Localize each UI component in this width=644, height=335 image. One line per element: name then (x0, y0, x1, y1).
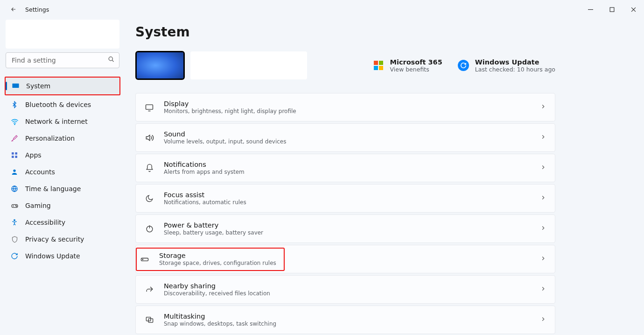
drive-icon (140, 254, 150, 264)
nav-item-bluetooth[interactable]: Bluetooth & devices (5, 96, 120, 113)
display-icon (11, 82, 20, 90)
row-notifications[interactable]: NotificationsAlerts from apps and system (135, 154, 555, 182)
svg-rect-7 (15, 156, 17, 158)
shield-icon (10, 235, 19, 243)
minimize-button[interactable] (580, 2, 601, 17)
nav-label: Network & internet (25, 118, 88, 125)
user-card[interactable] (6, 20, 119, 49)
moon-icon (144, 193, 154, 204)
row-title: Multitasking (164, 313, 276, 320)
search-input[interactable] (6, 52, 119, 68)
close-button[interactable] (623, 2, 644, 17)
nav-item-accessibility[interactable]: Accessibility (5, 214, 120, 231)
chevron-right-icon (540, 224, 546, 233)
nav-item-privacy[interactable]: Privacy & security (5, 231, 120, 248)
row-sub: Notifications, automatic rules (164, 199, 246, 206)
nav-item-accounts[interactable]: Accounts (5, 164, 120, 180)
main-pane: System Microsoft 365 View benefits Windo… (125, 19, 644, 335)
nav-item-update[interactable]: Windows Update (5, 248, 120, 264)
globe-icon (10, 185, 19, 193)
highlight-storage: StorageStorage space, drives, configurat… (136, 248, 285, 271)
person-icon (10, 168, 19, 176)
row-sub: Snap windows, desktops, task switching (164, 321, 276, 327)
share-icon (144, 285, 154, 295)
nav-item-personalization[interactable]: Personalization (5, 130, 120, 147)
row-title: Power & battery (164, 221, 263, 229)
nav-label: Accessibility (25, 219, 65, 226)
svg-rect-14 (146, 105, 153, 109)
row-power[interactable]: Power & batterySleep, battery usage, bat… (135, 214, 555, 243)
row-title: Notifications (164, 161, 245, 168)
device-thumbnail[interactable] (135, 51, 185, 80)
row-title: Sound (164, 130, 286, 138)
chevron-right-icon (540, 103, 546, 112)
microsoft-365-card[interactable]: Microsoft 365 View benefits (372, 58, 442, 73)
nav-label: Personalization (25, 135, 75, 142)
minimize-icon (588, 7, 593, 12)
windows-icon (144, 315, 154, 325)
microsoft-365-icon (372, 59, 385, 71)
svg-point-13 (14, 220, 15, 221)
chevron-right-icon (540, 285, 546, 294)
svg-rect-0 (610, 7, 614, 12)
row-title: Display (164, 100, 296, 107)
nav-label: Apps (25, 151, 42, 159)
row-nearby-sharing[interactable]: Nearby sharingDiscoverability, received … (135, 275, 555, 304)
nav-label: Windows Update (25, 252, 80, 260)
svg-rect-6 (12, 156, 14, 158)
back-button[interactable] (7, 2, 21, 16)
chevron-right-icon (540, 315, 546, 324)
nav-item-time[interactable]: Time & language (5, 180, 120, 197)
maximize-icon (609, 7, 615, 12)
row-sound[interactable]: SoundVolume levels, output, input, sound… (135, 123, 555, 152)
nav-label: Gaming (25, 202, 51, 209)
nav-item-network[interactable]: Network & internet (5, 113, 120, 130)
maximize-button[interactable] (601, 2, 623, 17)
row-focus-assist[interactable]: Focus assistNotifications, automatic rul… (135, 184, 555, 213)
svg-point-17 (142, 259, 143, 259)
row-storage[interactable]: StorageStorage space, drives, configurat… (135, 245, 555, 273)
window-controls (580, 2, 644, 17)
svg-rect-5 (15, 152, 17, 155)
monitor-icon (144, 102, 154, 113)
svg-rect-4 (12, 152, 14, 155)
top-cards: Microsoft 365 View benefits Windows Upda… (135, 51, 555, 80)
wallpaper-preview (137, 52, 183, 78)
row-title: Focus assist (164, 191, 246, 199)
settings-list: DisplayMonitors, brightness, night light… (135, 93, 555, 334)
speaker-icon (144, 133, 154, 143)
sidebar: System Bluetooth & devices Network & int… (0, 19, 125, 335)
aux-sub: Last checked: 10 hours ago (475, 66, 555, 73)
page-title: System (135, 24, 555, 40)
nav: System Bluetooth & devices Network & int… (5, 77, 120, 264)
bluetooth-icon (10, 100, 19, 109)
row-sub: Volume levels, output, input, sound devi… (164, 138, 286, 145)
windows-update-icon (457, 59, 469, 71)
nav-item-system[interactable]: System (6, 78, 119, 94)
arrow-left-icon (10, 6, 17, 13)
row-display[interactable]: DisplayMonitors, brightness, night light… (135, 93, 555, 121)
nav-item-gaming[interactable]: Gaming (5, 197, 120, 214)
wifi-icon (10, 117, 19, 126)
aux-title: Windows Update (475, 58, 555, 66)
row-multitasking[interactable]: MultitaskingSnap windows, desktops, task… (135, 306, 555, 334)
row-sub: Discoverability, received files location (164, 290, 270, 297)
svg-point-3 (14, 124, 14, 124)
nav-label: Time & language (25, 185, 81, 192)
windows-update-card[interactable]: Windows Update Last checked: 10 hours ag… (457, 58, 555, 73)
row-title: Nearby sharing (164, 282, 270, 290)
nav-item-apps[interactable]: Apps (5, 147, 120, 164)
device-details[interactable] (190, 51, 307, 79)
nav-label: Bluetooth & devices (25, 101, 91, 108)
gamepad-icon (10, 201, 19, 210)
paintbrush-icon (10, 134, 19, 143)
row-title: Storage (159, 252, 276, 259)
bell-icon (144, 163, 154, 173)
nav-label: Accounts (25, 168, 55, 176)
highlight-system: System (5, 77, 120, 95)
accessibility-icon (10, 218, 19, 227)
row-sub: Alerts from apps and system (164, 169, 245, 175)
row-sub: Storage space, drives, configuration rul… (159, 260, 276, 266)
svg-point-11 (15, 205, 16, 206)
nav-label: Privacy & security (25, 235, 84, 243)
